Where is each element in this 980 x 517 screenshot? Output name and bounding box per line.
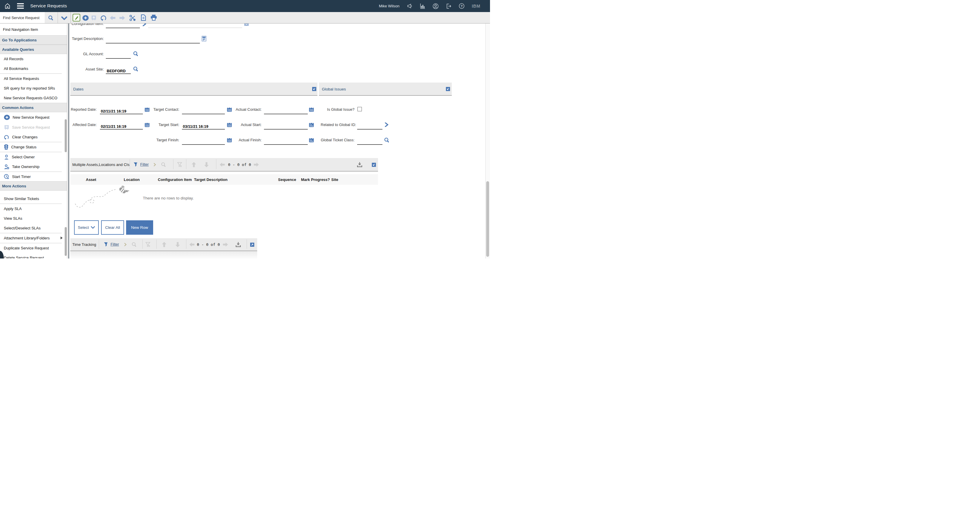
sidebar-action-more[interactable]: Modify/Delete Work Log xyxy=(4,191,45,193)
actual-contact-field[interactable] xyxy=(264,108,308,114)
app-header: Service Requests Mike Wilson ? IBM xyxy=(0,0,490,12)
sidebar-item-query[interactable]: New Service Requests GASCO xyxy=(4,93,57,103)
select-button[interactable]: Select xyxy=(74,220,99,235)
sidebar-item-query[interactable]: All Records xyxy=(4,54,23,64)
sidebar-action-more[interactable]: Show Similar Tickets xyxy=(4,194,39,204)
calendar-icon[interactable] xyxy=(309,122,314,127)
collapse-panel-icon[interactable] xyxy=(372,163,376,167)
new-row-button[interactable]: New Row xyxy=(126,220,153,235)
next-page-icon-disabled xyxy=(254,162,259,167)
column-header[interactable]: Target Description xyxy=(194,178,228,182)
global-ticket-class-search-icon[interactable] xyxy=(384,137,390,143)
sidebar-scrollbar-thumb[interactable] xyxy=(65,119,67,152)
sidebar-action-attachment-library[interactable]: Attachment Library/Folders xyxy=(4,233,63,243)
sidebar-action-change-status[interactable]: Change Status xyxy=(4,142,37,152)
sidebar-action-take-ownership[interactable]: Take Ownership xyxy=(4,162,40,171)
clear-all-button[interactable]: Clear All xyxy=(101,220,124,235)
reports-icon[interactable] xyxy=(141,14,146,21)
download-icon[interactable] xyxy=(357,162,363,167)
reported-date-field[interactable]: 02/11/21 16:19 xyxy=(100,108,143,114)
target-start-field[interactable]: 03/11/21 16:19 xyxy=(182,124,225,130)
move-down-icon-disabled xyxy=(175,242,180,247)
clear-filter-icon-disabled xyxy=(177,162,182,167)
gl-account-label: GL Account: xyxy=(69,52,104,56)
column-header[interactable]: Configuration Item xyxy=(158,178,192,182)
sidebar-action-more[interactable]: Duplicate Service Request xyxy=(4,243,49,253)
expand-panel-icon[interactable] xyxy=(250,243,254,247)
configuration-item-field[interactable] xyxy=(106,24,140,28)
print-icon[interactable] xyxy=(151,14,157,21)
sidebar-item-query[interactable]: SR query for my reported SRs xyxy=(4,83,55,93)
sidebar-item-query[interactable]: All Service Requests xyxy=(4,74,39,83)
sidebar-scrollbar-thumb[interactable] xyxy=(65,227,67,256)
next-page-icon-disabled xyxy=(223,243,228,247)
reports-chart-icon[interactable] xyxy=(420,3,425,9)
hamburger-menu-icon[interactable] xyxy=(17,3,24,9)
long-description-icon[interactable] xyxy=(202,36,206,41)
sidebar-header-go-to-applications[interactable]: Go To Applications xyxy=(0,35,67,44)
sidebar-action-more[interactable]: View SLAs xyxy=(4,214,22,223)
logout-icon[interactable] xyxy=(446,3,452,9)
related-global-id-field[interactable] xyxy=(357,124,382,130)
new-service-request-icon[interactable] xyxy=(82,15,89,21)
expand-filter-chevron-icon[interactable] xyxy=(153,163,156,167)
sidebar-action-start-timer[interactable]: Start Timer xyxy=(4,172,31,182)
chevron-down-icon[interactable] xyxy=(61,16,67,20)
global-ticket-class-field[interactable] xyxy=(357,139,382,145)
filter-link[interactable]: Filter xyxy=(111,242,119,246)
sidebar-action-more[interactable]: Apply SLA xyxy=(4,204,22,214)
calendar-icon[interactable] xyxy=(309,138,314,143)
sidebar-action-select-owner[interactable]: Select Owner xyxy=(4,152,35,162)
gl-account-field[interactable] xyxy=(106,53,131,59)
affected-date-field[interactable]: 02/11/21 16:19 xyxy=(100,124,143,130)
main-scrollbar-thumb[interactable] xyxy=(486,181,489,257)
filter-funnel-icon[interactable] xyxy=(104,242,108,247)
sidebar-action-new-service-request[interactable]: New Service Request xyxy=(4,112,49,122)
edit-mode-icon[interactable] xyxy=(73,14,80,21)
filter-link[interactable]: Filter xyxy=(140,162,149,167)
asset-site-field[interactable]: BEDFORD xyxy=(106,68,131,74)
sidebar-header-available-queries[interactable]: Available Queries xyxy=(0,44,67,54)
user-name[interactable]: Mike Wilson xyxy=(379,4,399,8)
help-icon[interactable]: ? xyxy=(459,3,465,9)
column-header[interactable]: Location xyxy=(124,178,140,182)
target-contact-field[interactable] xyxy=(182,108,225,114)
detail-chevron-icon[interactable] xyxy=(385,122,388,127)
sidebar-header-more-actions[interactable]: More Actions xyxy=(0,181,67,191)
gl-account-search-icon[interactable] xyxy=(133,51,139,57)
filter-funnel-icon[interactable] xyxy=(134,162,138,167)
home-icon[interactable] xyxy=(4,3,11,10)
sidebar-item-query[interactable]: All Bookmarks xyxy=(4,64,28,73)
divider xyxy=(216,159,216,169)
actual-finish-field[interactable] xyxy=(264,139,308,145)
target-finish-field[interactable] xyxy=(182,139,225,145)
sidebar-item-find-navigation[interactable]: Find Navigation Item xyxy=(3,24,38,35)
asset-site-search-icon[interactable] xyxy=(133,66,139,72)
column-header[interactable]: Sequence xyxy=(278,178,296,182)
collapse-panel-icon[interactable] xyxy=(312,87,316,91)
sidebar-action-more[interactable]: Delete Service Request xyxy=(4,253,44,258)
detail-menu-icon[interactable] xyxy=(244,24,249,26)
sidebar-header-common-actions[interactable]: Common Actions xyxy=(0,103,67,112)
sidebar-action-more[interactable]: Select/Deselect SLAs xyxy=(4,223,41,233)
route-workflow-icon[interactable] xyxy=(129,15,136,21)
find-record-input[interactable] xyxy=(0,12,45,23)
column-header[interactable]: Mark Progress? xyxy=(301,178,330,182)
assets-table-title: Multiple Assets,Locations and CIs xyxy=(72,162,129,167)
column-header[interactable]: Site xyxy=(331,178,338,182)
collapse-panel-icon[interactable] xyxy=(446,87,450,91)
is-global-issue-checkbox[interactable] xyxy=(358,107,362,111)
search-icon[interactable] xyxy=(48,15,54,21)
calendar-icon[interactable] xyxy=(309,107,314,112)
svg-text:?: ? xyxy=(461,5,463,8)
column-header[interactable]: Asset xyxy=(86,178,96,182)
sidebar-action-clear-changes[interactable]: Clear Changes xyxy=(4,132,38,142)
target-description-field[interactable] xyxy=(106,38,200,43)
profile-avatar-icon[interactable] xyxy=(433,3,439,9)
detail-chevron-icon[interactable] xyxy=(143,24,146,26)
clear-changes-icon[interactable] xyxy=(100,14,107,21)
expand-filter-chevron-icon[interactable] xyxy=(124,243,127,246)
actual-start-field[interactable] xyxy=(264,124,308,130)
download-icon[interactable] xyxy=(235,242,241,247)
announcement-icon[interactable] xyxy=(407,3,413,9)
